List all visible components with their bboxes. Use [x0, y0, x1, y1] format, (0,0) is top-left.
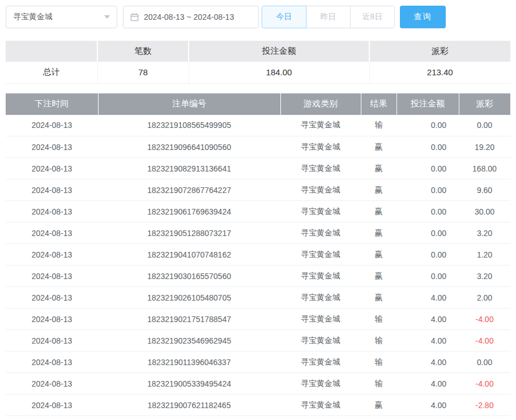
- summary-header-payout: 派彩: [369, 41, 510, 62]
- table-row: 2024-08-131823219007621182465寻宝黄金城赢4.00-…: [6, 395, 510, 416]
- game-type-cell: 寻宝黄金城: [280, 330, 361, 352]
- table-row: 2024-08-131823219023546962945寻宝黄金城输4.00-…: [6, 330, 510, 352]
- order-no-cell: 1823219051288073217: [98, 222, 280, 244]
- order-no-cell: 1823219108565499905: [98, 115, 280, 136]
- bet-time-cell: 2024-08-13: [6, 308, 98, 330]
- result-cell: 输: [361, 115, 396, 136]
- result-cell: 赢: [361, 158, 396, 179]
- bet-amount-cell: 4.00: [396, 330, 459, 352]
- game-type-cell: 寻宝黄金城: [280, 308, 361, 330]
- chevron-down-icon: [104, 15, 110, 19]
- game-type-cell: 寻宝黄金城: [280, 136, 361, 158]
- bet-amount-cell: 4.00: [396, 352, 459, 373]
- bet-amount-cell: 4.00: [396, 308, 459, 330]
- bet-time-cell: 2024-08-13: [6, 179, 98, 201]
- bet-amount-cell: 0.00: [396, 201, 459, 222]
- result-cell: 输: [361, 330, 396, 352]
- payout-cell: 30.00: [459, 201, 510, 222]
- game-type-cell: 寻宝黄金城: [280, 265, 361, 287]
- table-row: 2024-08-131823219021751788547寻宝黄金城输4.00-…: [6, 308, 510, 330]
- table-row: 2024-08-131823219041070748162寻宝黄金城赢0.001…: [6, 244, 510, 265]
- order-no-cell: 1823219005339495424: [98, 373, 280, 395]
- summary-header-bet-amount: 投注金额: [189, 41, 369, 62]
- bet-time-cell: 2024-08-13: [6, 395, 98, 416]
- game-type-cell: 寻宝黄金城: [280, 179, 361, 201]
- result-cell: 赢: [361, 265, 396, 287]
- header-game-type: 游戏类别: [280, 93, 361, 115]
- table-row: 2024-08-131823219096641090560寻宝黄金城赢0.001…: [6, 136, 510, 158]
- game-type-cell: 寻宝黄金城: [280, 222, 361, 244]
- result-cell: 输: [361, 352, 396, 373]
- payout-cell: -4.00: [459, 373, 510, 395]
- result-cell: 赢: [361, 244, 396, 265]
- table-row: 2024-08-131823219061769639424寻宝黄金城赢0.003…: [6, 201, 510, 222]
- payout-cell: 9.60: [459, 179, 510, 201]
- bet-amount-cell: 0.00: [396, 265, 459, 287]
- result-cell: 赢: [361, 287, 396, 308]
- bet-time-cell: 2024-08-13: [6, 244, 98, 265]
- bet-records-table: 下注时间 注单编号 游戏类别 结果 投注金额 派彩 2024-08-131823…: [6, 93, 510, 417]
- order-no-cell: 1823219041070748162: [98, 244, 280, 265]
- header-bet-amount: 投注金额: [396, 93, 459, 115]
- bet-time-cell: 2024-08-13: [6, 265, 98, 287]
- payout-cell: -4.00: [459, 308, 510, 330]
- payout-cell: 2.00: [459, 287, 510, 308]
- last-8-days-button[interactable]: 近8日: [350, 6, 395, 28]
- header-bet-time: 下注时间: [6, 93, 98, 115]
- game-type-cell: 寻宝黄金城: [280, 201, 361, 222]
- game-type-cell: 寻宝黄金城: [280, 395, 361, 416]
- game-select[interactable]: 寻宝黄金城: [6, 6, 117, 28]
- payout-cell: -2.80: [459, 395, 510, 416]
- summary-header-row: 笔数 投注金额 派彩: [6, 41, 510, 62]
- bet-time-cell: 2024-08-13: [6, 201, 98, 222]
- result-cell: 赢: [361, 201, 396, 222]
- table-row: 2024-08-131823219082913136641寻宝黄金城赢0.001…: [6, 158, 510, 179]
- summary-header-blank: [6, 41, 97, 62]
- toolbar: 寻宝黄金城 2024-08-13 ~ 2024-08-13 今日 昨日 近8日 …: [6, 6, 510, 28]
- date-range-picker[interactable]: 2024-08-13 ~ 2024-08-13: [123, 6, 259, 28]
- payout-cell: 0.00: [459, 352, 510, 373]
- payout-cell: 0.00: [459, 115, 510, 136]
- table-row: 2024-08-131823219030165570560寻宝黄金城赢0.003…: [6, 265, 510, 287]
- today-button[interactable]: 今日: [262, 6, 306, 28]
- table-row: 2024-08-131823219005339495424寻宝黄金城输4.00-…: [6, 373, 510, 395]
- header-order-no: 注单编号: [98, 93, 280, 115]
- bet-amount-cell: 0.00: [396, 115, 459, 136]
- summary-total-count: 78: [97, 62, 189, 83]
- order-no-cell: 1823219030165570560: [98, 265, 280, 287]
- payout-cell: 168.00: [459, 158, 510, 179]
- bet-amount-cell: 4.00: [396, 373, 459, 395]
- order-no-cell: 1823219021751788547: [98, 308, 280, 330]
- game-select-value: 寻宝黄金城: [13, 12, 53, 22]
- game-type-cell: 寻宝黄金城: [280, 373, 361, 395]
- bet-amount-cell: 0.00: [396, 179, 459, 201]
- bet-time-cell: 2024-08-13: [6, 222, 98, 244]
- payout-cell: 1.20: [459, 244, 510, 265]
- table-row: 2024-08-131823219026105480705寻宝黄金城赢4.002…: [6, 287, 510, 308]
- bet-amount-cell: 4.00: [396, 287, 459, 308]
- bet-table-header-row: 下注时间 注单编号 游戏类别 结果 投注金额 派彩: [6, 93, 510, 115]
- yesterday-button[interactable]: 昨日: [306, 6, 351, 28]
- bet-amount-cell: 0.00: [396, 136, 459, 158]
- bet-time-cell: 2024-08-13: [6, 115, 98, 136]
- order-no-cell: 1823219061769639424: [98, 201, 280, 222]
- game-type-cell: 寻宝黄金城: [280, 158, 361, 179]
- query-button[interactable]: 查询: [400, 6, 446, 28]
- result-cell: 赢: [361, 222, 396, 244]
- game-type-cell: 寻宝黄金城: [280, 352, 361, 373]
- summary-total-bet-amount: 184.00: [189, 62, 369, 83]
- header-result: 结果: [361, 93, 396, 115]
- summary-total-payout: 213.40: [369, 62, 510, 83]
- order-no-cell: 1823219023546962945: [98, 330, 280, 352]
- order-no-cell: 1823219007621182465: [98, 395, 280, 416]
- bet-time-cell: 2024-08-13: [6, 136, 98, 158]
- payout-cell: 3.20: [459, 222, 510, 244]
- summary-header-count: 笔数: [97, 41, 189, 62]
- bet-time-cell: 2024-08-13: [6, 373, 98, 395]
- table-row: 2024-08-131823219051288073217寻宝黄金城赢0.003…: [6, 222, 510, 244]
- quick-range-group: 今日 昨日 近8日: [262, 6, 395, 28]
- result-cell: 赢: [361, 179, 396, 201]
- bet-amount-cell: 4.00: [396, 395, 459, 416]
- bet-time-cell: 2024-08-13: [6, 287, 98, 308]
- result-cell: 赢: [361, 136, 396, 158]
